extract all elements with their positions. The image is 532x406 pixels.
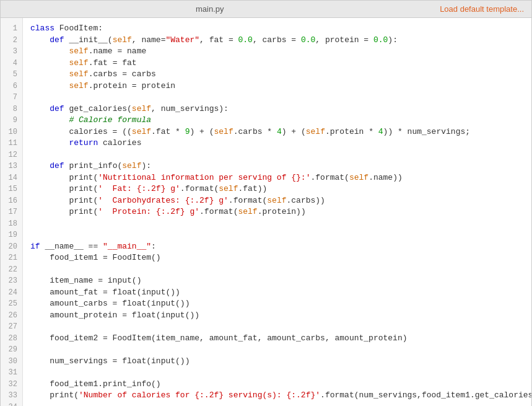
line-number: 22 (1, 264, 22, 276)
code-line: print(' Protein: {:.2f} g'.format(self.p… (30, 206, 524, 218)
file-title: main.py (196, 4, 224, 14)
line-number: 24 (1, 287, 22, 299)
code-line: def get_calories(self, num_servings): (30, 104, 524, 115)
line-number: 2 (1, 35, 22, 46)
line-number: 8 (1, 104, 22, 115)
code-line (30, 344, 524, 356)
code-line: food_item2 = FoodItem(item_name, amount_… (30, 333, 524, 345)
code-line: # Calorie formula (30, 115, 524, 126)
code-line (30, 92, 524, 104)
line-number: 15 (1, 183, 22, 195)
line-number: 27 (1, 321, 22, 333)
code-line: calories = ((self.fat * 9) + (self.carbs… (30, 126, 524, 138)
line-number: 28 (1, 333, 22, 345)
line-number: 34 (1, 402, 22, 407)
line-number: 13 (1, 161, 22, 172)
line-number: 26 (1, 310, 22, 322)
line-number: 11 (1, 138, 22, 149)
code-line: num_servings = float(input()) (30, 356, 524, 368)
code-line: amount_fat = float(input()) (30, 287, 524, 299)
line-number: 17 (1, 206, 22, 218)
code-line: class FoodItem: (30, 23, 524, 35)
code-line: amount_carbs = float(input()) (30, 298, 524, 310)
line-number: 18 (1, 218, 22, 230)
code-line: self.fat = fat (30, 58, 524, 69)
line-number: 6 (1, 81, 22, 92)
line-number: 7 (1, 92, 22, 104)
code-line (30, 367, 524, 379)
code-line: self.protein = protein (30, 81, 524, 92)
code-line: self.carbs = carbs (30, 69, 524, 81)
line-number: 21 (1, 252, 22, 264)
line-number: 32 (1, 379, 22, 391)
line-number: 20 (1, 241, 22, 253)
code-line: self.name = name (30, 46, 524, 58)
line-number: 33 (1, 390, 22, 402)
line-number: 14 (1, 172, 22, 184)
line-number: 9 (1, 115, 22, 126)
code-line: print(' Fat: {:.2f} g'.format(self.fat)) (30, 183, 524, 195)
code-line: def print_info(self): (30, 161, 524, 172)
line-number: 31 (1, 367, 22, 379)
code-line: food_item1 = FoodItem() (30, 252, 524, 264)
line-number: 30 (1, 356, 22, 368)
code-line: item_name = input() (30, 275, 524, 287)
code-line: def __init__(self, name="Water", fat = 0… (30, 35, 524, 46)
line-number: 4 (1, 58, 22, 69)
line-number: 23 (1, 275, 22, 287)
load-template-button[interactable]: Load default template... (440, 4, 524, 14)
code-line: amount_protein = float(input()) (30, 310, 524, 322)
code-line: print('Number of calories for {:.2f} ser… (30, 390, 524, 402)
line-numbers: 1234567891011121314151617181920212223242… (1, 18, 23, 406)
code-line: food_item1.print_info() (30, 379, 524, 391)
code-line: print(' Carbohydrates: {:.2f} g'.format(… (30, 195, 524, 207)
code-line (30, 229, 524, 241)
line-number: 19 (1, 229, 22, 241)
line-number: 16 (1, 195, 22, 207)
code-line (30, 218, 524, 230)
code-line: if __name__ == "__main__": (30, 241, 524, 253)
title-bar: main.py Load default template... (1, 1, 531, 18)
code-line (30, 402, 524, 407)
code-area: 1234567891011121314151617181920212223242… (1, 18, 531, 406)
code-line (30, 149, 524, 161)
line-number: 29 (1, 344, 22, 356)
line-number: 25 (1, 298, 22, 310)
line-number: 3 (1, 46, 22, 58)
line-number: 1 (1, 23, 22, 35)
code-content[interactable]: class FoodItem: def __init__(self, name=… (23, 18, 531, 406)
code-line (30, 264, 524, 276)
code-line: return calories (30, 138, 524, 149)
code-line: print('Nutritional information per servi… (30, 172, 524, 184)
editor-window: main.py Load default template... 1234567… (0, 0, 532, 406)
line-number: 12 (1, 149, 22, 161)
line-number: 5 (1, 69, 22, 81)
line-number: 10 (1, 126, 22, 138)
code-line (30, 321, 524, 333)
